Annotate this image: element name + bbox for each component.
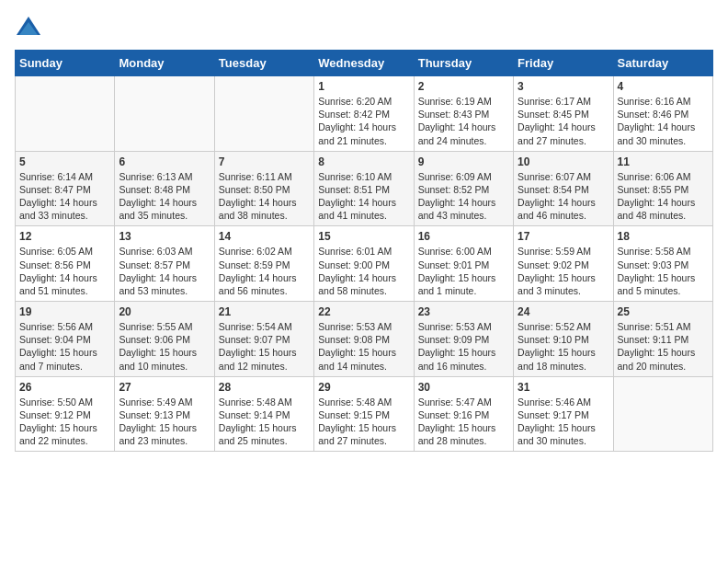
day-info: Sunrise: 5:53 AM Sunset: 9:08 PM Dayligh… bbox=[318, 320, 409, 373]
header-day-friday: Friday bbox=[514, 51, 613, 76]
day-number: 17 bbox=[518, 230, 609, 243]
calendar-cell bbox=[16, 76, 115, 152]
day-number: 31 bbox=[518, 381, 609, 394]
calendar-cell bbox=[613, 376, 712, 452]
day-number: 7 bbox=[219, 155, 310, 168]
calendar-cell bbox=[214, 76, 313, 152]
calendar-cell: 4Sunrise: 6:16 AM Sunset: 8:46 PM Daylig… bbox=[613, 76, 712, 152]
day-info: Sunrise: 5:48 AM Sunset: 9:14 PM Dayligh… bbox=[219, 396, 310, 448]
day-info: Sunrise: 6:01 AM Sunset: 9:00 PM Dayligh… bbox=[318, 245, 409, 297]
day-number: 4 bbox=[618, 80, 709, 93]
day-info: Sunrise: 5:55 AM Sunset: 9:06 PM Dayligh… bbox=[119, 320, 210, 373]
day-number: 13 bbox=[119, 230, 210, 243]
calendar-cell: 16Sunrise: 6:00 AM Sunset: 9:01 PM Dayli… bbox=[414, 226, 513, 302]
calendar-body: 1Sunrise: 6:20 AM Sunset: 8:42 PM Daylig… bbox=[16, 76, 713, 452]
day-info: Sunrise: 5:50 AM Sunset: 9:12 PM Dayligh… bbox=[19, 396, 110, 448]
calendar-cell: 12Sunrise: 6:05 AM Sunset: 8:56 PM Dayli… bbox=[16, 226, 115, 302]
calendar-cell: 11Sunrise: 6:06 AM Sunset: 8:55 PM Dayli… bbox=[613, 151, 712, 226]
day-info: Sunrise: 6:06 AM Sunset: 8:55 PM Dayligh… bbox=[618, 170, 709, 223]
day-number: 2 bbox=[418, 80, 509, 93]
day-number: 15 bbox=[318, 230, 409, 243]
day-info: Sunrise: 5:52 AM Sunset: 9:10 PM Dayligh… bbox=[518, 320, 609, 373]
day-number: 26 bbox=[19, 381, 110, 394]
day-info: Sunrise: 5:51 AM Sunset: 9:11 PM Dayligh… bbox=[618, 320, 709, 373]
day-info: Sunrise: 6:16 AM Sunset: 8:46 PM Dayligh… bbox=[618, 95, 709, 147]
calendar-cell: 2Sunrise: 6:19 AM Sunset: 8:43 PM Daylig… bbox=[414, 76, 513, 152]
calendar-cell: 20Sunrise: 5:55 AM Sunset: 9:06 PM Dayli… bbox=[115, 302, 214, 377]
calendar-cell: 23Sunrise: 5:53 AM Sunset: 9:09 PM Dayli… bbox=[414, 302, 513, 377]
calendar-cell: 10Sunrise: 6:07 AM Sunset: 8:54 PM Dayli… bbox=[514, 151, 613, 226]
day-info: Sunrise: 5:53 AM Sunset: 9:09 PM Dayligh… bbox=[418, 320, 509, 373]
calendar-cell: 18Sunrise: 5:58 AM Sunset: 9:03 PM Dayli… bbox=[613, 226, 712, 302]
day-number: 12 bbox=[19, 230, 110, 243]
day-number: 9 bbox=[418, 155, 509, 168]
day-info: Sunrise: 5:46 AM Sunset: 9:17 PM Dayligh… bbox=[518, 396, 609, 448]
day-info: Sunrise: 5:47 AM Sunset: 9:16 PM Dayligh… bbox=[418, 396, 509, 448]
day-info: Sunrise: 6:20 AM Sunset: 8:42 PM Dayligh… bbox=[318, 95, 409, 147]
day-number: 24 bbox=[518, 305, 609, 318]
calendar-table: SundayMondayTuesdayWednesdayThursdayFrid… bbox=[15, 50, 713, 452]
day-info: Sunrise: 6:10 AM Sunset: 8:51 PM Dayligh… bbox=[318, 170, 409, 223]
calendar-cell: 27Sunrise: 5:49 AM Sunset: 9:13 PM Dayli… bbox=[115, 376, 214, 452]
calendar-cell: 3Sunrise: 6:17 AM Sunset: 8:45 PM Daylig… bbox=[514, 76, 613, 152]
calendar-week-row: 26Sunrise: 5:50 AM Sunset: 9:12 PM Dayli… bbox=[16, 376, 713, 452]
calendar-cell: 31Sunrise: 5:46 AM Sunset: 9:17 PM Dayli… bbox=[514, 376, 613, 452]
calendar-cell: 1Sunrise: 6:20 AM Sunset: 8:42 PM Daylig… bbox=[314, 76, 414, 152]
day-number: 28 bbox=[219, 381, 310, 394]
day-number: 30 bbox=[418, 381, 509, 394]
calendar-cell: 5Sunrise: 6:14 AM Sunset: 8:47 PM Daylig… bbox=[16, 151, 115, 226]
header-day-wednesday: Wednesday bbox=[314, 51, 414, 76]
calendar-cell: 26Sunrise: 5:50 AM Sunset: 9:12 PM Dayli… bbox=[16, 376, 115, 452]
calendar-cell: 22Sunrise: 5:53 AM Sunset: 9:08 PM Dayli… bbox=[314, 302, 414, 377]
day-info: Sunrise: 5:56 AM Sunset: 9:04 PM Dayligh… bbox=[19, 320, 110, 373]
day-info: Sunrise: 6:09 AM Sunset: 8:52 PM Dayligh… bbox=[418, 170, 509, 223]
header-day-sunday: Sunday bbox=[16, 51, 115, 76]
day-number: 11 bbox=[618, 155, 709, 168]
day-info: Sunrise: 5:49 AM Sunset: 9:13 PM Dayligh… bbox=[119, 396, 210, 448]
calendar-week-row: 5Sunrise: 6:14 AM Sunset: 8:47 PM Daylig… bbox=[16, 151, 713, 226]
day-info: Sunrise: 6:03 AM Sunset: 8:57 PM Dayligh… bbox=[119, 245, 210, 297]
day-info: Sunrise: 6:11 AM Sunset: 8:50 PM Dayligh… bbox=[219, 170, 310, 223]
header-day-saturday: Saturday bbox=[613, 51, 712, 76]
day-number: 10 bbox=[518, 155, 609, 168]
day-number: 3 bbox=[518, 80, 609, 93]
header-day-tuesday: Tuesday bbox=[214, 51, 313, 76]
day-info: Sunrise: 5:58 AM Sunset: 9:03 PM Dayligh… bbox=[618, 245, 709, 297]
calendar-cell: 24Sunrise: 5:52 AM Sunset: 9:10 PM Dayli… bbox=[514, 302, 613, 377]
day-info: Sunrise: 6:17 AM Sunset: 8:45 PM Dayligh… bbox=[518, 95, 609, 147]
calendar-cell: 29Sunrise: 5:48 AM Sunset: 9:15 PM Dayli… bbox=[314, 376, 414, 452]
calendar-cell: 14Sunrise: 6:02 AM Sunset: 8:59 PM Dayli… bbox=[214, 226, 313, 302]
calendar-cell: 21Sunrise: 5:54 AM Sunset: 9:07 PM Dayli… bbox=[214, 302, 313, 377]
day-number: 6 bbox=[119, 155, 210, 168]
calendar-cell: 13Sunrise: 6:03 AM Sunset: 8:57 PM Dayli… bbox=[115, 226, 214, 302]
day-number: 14 bbox=[219, 230, 310, 243]
day-number: 20 bbox=[119, 305, 210, 318]
header-day-monday: Monday bbox=[115, 51, 214, 76]
calendar-cell: 17Sunrise: 5:59 AM Sunset: 9:02 PM Dayli… bbox=[514, 226, 613, 302]
calendar-header: SundayMondayTuesdayWednesdayThursdayFrid… bbox=[16, 51, 713, 76]
day-info: Sunrise: 5:48 AM Sunset: 9:15 PM Dayligh… bbox=[318, 396, 409, 448]
header-row: SundayMondayTuesdayWednesdayThursdayFrid… bbox=[16, 51, 713, 76]
calendar-week-row: 19Sunrise: 5:56 AM Sunset: 9:04 PM Dayli… bbox=[16, 302, 713, 377]
day-info: Sunrise: 6:19 AM Sunset: 8:43 PM Dayligh… bbox=[418, 95, 509, 147]
day-info: Sunrise: 6:00 AM Sunset: 9:01 PM Dayligh… bbox=[418, 245, 509, 297]
day-info: Sunrise: 5:59 AM Sunset: 9:02 PM Dayligh… bbox=[518, 245, 609, 297]
calendar-cell bbox=[115, 76, 214, 152]
day-number: 29 bbox=[318, 381, 409, 394]
calendar-cell: 19Sunrise: 5:56 AM Sunset: 9:04 PM Dayli… bbox=[16, 302, 115, 377]
day-info: Sunrise: 6:07 AM Sunset: 8:54 PM Dayligh… bbox=[518, 170, 609, 223]
day-number: 5 bbox=[19, 155, 110, 168]
calendar-cell: 7Sunrise: 6:11 AM Sunset: 8:50 PM Daylig… bbox=[214, 151, 313, 226]
day-number: 19 bbox=[19, 305, 110, 318]
day-number: 21 bbox=[219, 305, 310, 318]
calendar-cell: 30Sunrise: 5:47 AM Sunset: 9:16 PM Dayli… bbox=[414, 376, 513, 452]
logo bbox=[15, 15, 46, 42]
logo-icon bbox=[15, 15, 42, 42]
calendar-cell: 25Sunrise: 5:51 AM Sunset: 9:11 PM Dayli… bbox=[613, 302, 712, 377]
calendar-cell: 15Sunrise: 6:01 AM Sunset: 9:00 PM Dayli… bbox=[314, 226, 414, 302]
day-number: 25 bbox=[618, 305, 709, 318]
calendar-week-row: 12Sunrise: 6:05 AM Sunset: 8:56 PM Dayli… bbox=[16, 226, 713, 302]
calendar-cell: 28Sunrise: 5:48 AM Sunset: 9:14 PM Dayli… bbox=[214, 376, 313, 452]
day-info: Sunrise: 6:02 AM Sunset: 8:59 PM Dayligh… bbox=[219, 245, 310, 297]
calendar-cell: 8Sunrise: 6:10 AM Sunset: 8:51 PM Daylig… bbox=[314, 151, 414, 226]
